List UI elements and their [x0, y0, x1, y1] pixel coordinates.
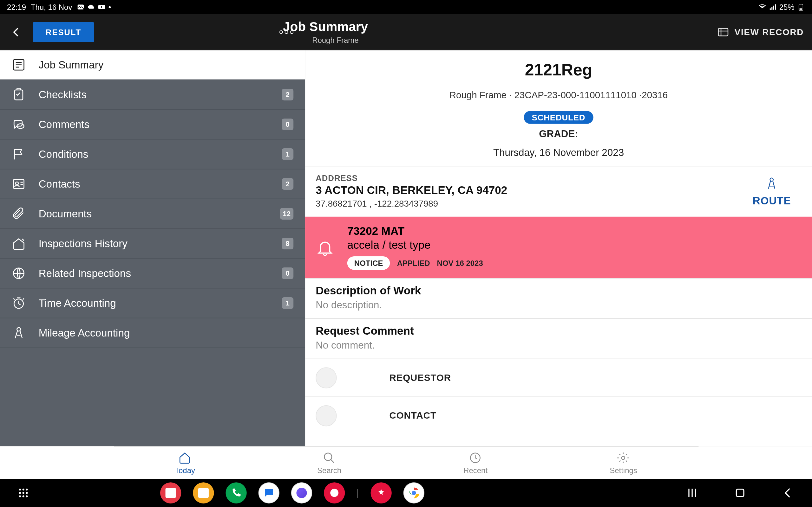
dock-app-2[interactable]: [193, 482, 213, 503]
youtube-icon: [98, 3, 106, 11]
requestor-label: REQUESTOR: [389, 373, 451, 383]
search-icon: [323, 451, 336, 464]
contacts-icon: [12, 177, 26, 191]
address-section: ADDRESS 3 ACTON CIR, BERKELEY, CA 94702 …: [305, 166, 812, 216]
notice-pill: NOTICE: [347, 257, 390, 270]
tab-search[interactable]: Search: [317, 451, 341, 475]
notice-title: 73202 MAT: [347, 225, 483, 238]
sidebar-item-related-inspections[interactable]: Related Inspections 0: [0, 259, 305, 288]
count-badge: 0: [282, 268, 293, 279]
sidebar-item-label: Conditions: [39, 148, 269, 160]
sidebar-item-label: Comments: [39, 118, 269, 130]
android-status-bar: 22:19 Thu, 16 Nov • 25%: [0, 0, 812, 14]
svg-point-24: [22, 495, 24, 497]
dock-app-messages[interactable]: [258, 482, 279, 503]
view-record-button[interactable]: VIEW RECORD: [717, 25, 804, 38]
sidebar-item-comments[interactable]: Comments 0: [0, 110, 305, 139]
bottom-tab-bar: Today Search Recent Settings: [0, 446, 812, 479]
page-subtitle: Rough Frame: [312, 36, 368, 44]
svg-point-23: [19, 495, 21, 497]
status-badge: SCHEDULED: [524, 111, 594, 124]
back-nav-button[interactable]: [781, 487, 795, 499]
app-drawer-icon[interactable]: [17, 487, 29, 499]
request-comment-heading: Request Comment: [316, 325, 802, 338]
checklist-icon: [12, 88, 26, 101]
globe-icon: [12, 266, 26, 280]
svg-point-27: [412, 491, 416, 495]
home-icon: [179, 451, 192, 464]
comment-icon: [12, 117, 26, 131]
contact-label: CONTACT: [389, 411, 436, 421]
sidebar-item-mileage-accounting[interactable]: Mileage Accounting: [0, 318, 305, 348]
address-label: ADDRESS: [316, 173, 753, 182]
requestor-row[interactable]: REQUESTOR: [305, 359, 812, 397]
svg-point-25: [26, 495, 28, 497]
description-value: No description.: [316, 299, 802, 311]
android-nav-bar: |: [0, 479, 812, 507]
count-badge: 0: [282, 118, 293, 130]
sidebar-item-label: Contacts: [39, 178, 269, 190]
count-badge: 1: [282, 297, 293, 309]
summary-icon: [12, 58, 26, 72]
sidebar-item-label: Checklists: [39, 89, 269, 101]
flag-icon: [12, 147, 26, 161]
home-button[interactable]: [734, 487, 747, 499]
sidebar: Job Summary Checklists 2 Comments 0 Cond…: [0, 50, 305, 446]
notice-banner[interactable]: 73202 MAT accela / test type NOTICE APPL…: [305, 217, 812, 278]
svg-rect-28: [736, 489, 744, 497]
notice-date: NOV 16 2023: [437, 259, 483, 268]
sidebar-item-label: Job Summary: [39, 59, 294, 71]
count-badge: 2: [282, 178, 293, 190]
grade-label: GRADE:: [312, 128, 805, 140]
sidebar-item-label: Mileage Accounting: [39, 327, 294, 339]
svg-rect-3: [800, 8, 803, 9]
sidebar-item-documents[interactable]: Documents 12: [0, 199, 305, 229]
back-button[interactable]: [8, 24, 25, 40]
description-section: Description of Work No description.: [305, 278, 812, 318]
dock-app-gallery[interactable]: [370, 482, 392, 503]
bell-icon: [316, 238, 334, 257]
recents-button[interactable]: [686, 487, 699, 499]
cloud-icon: [87, 3, 96, 11]
svg-rect-4: [718, 28, 728, 36]
compass-icon: [765, 175, 778, 191]
svg-point-22: [26, 492, 28, 494]
sidebar-item-checklists[interactable]: Checklists 2: [0, 80, 305, 110]
tab-settings[interactable]: Settings: [610, 451, 637, 475]
svg-point-18: [22, 489, 24, 491]
sidebar-item-label: Inspections History: [39, 237, 269, 250]
count-badge: 12: [280, 208, 293, 220]
notice-applied: APPLIED: [397, 259, 430, 268]
sidebar-item-conditions[interactable]: Conditions 1: [0, 139, 305, 169]
dock-app-chrome[interactable]: [403, 482, 424, 503]
avatar: [316, 405, 337, 426]
dock-app-camera[interactable]: [323, 482, 345, 503]
sidebar-item-time-accounting[interactable]: Time Accounting 1: [0, 288, 305, 318]
dock-app-phone[interactable]: [225, 482, 247, 503]
sidebar-item-inspections-history[interactable]: Inspections History 8: [0, 229, 305, 259]
description-heading: Description of Work: [316, 285, 802, 297]
address-value: 3 ACTON CIR, BERKELEY, CA 94702: [316, 184, 753, 197]
count-badge: 8: [282, 238, 293, 249]
record-icon: [717, 25, 730, 38]
tab-recent[interactable]: Recent: [463, 451, 488, 475]
svg-point-9: [15, 182, 18, 185]
contact-row[interactable]: CONTACT: [305, 396, 812, 435]
sidebar-item-label: Documents: [39, 208, 267, 220]
notice-subtitle: accela / test type: [347, 239, 483, 252]
svg-point-20: [19, 492, 21, 494]
dock-app-browser[interactable]: [291, 482, 312, 503]
house-icon: [12, 236, 26, 250]
battery-icon: [797, 3, 805, 11]
tab-today[interactable]: Today: [175, 451, 195, 475]
request-comment-value: No comment.: [316, 340, 802, 352]
sidebar-item-label: Related Inspections: [39, 267, 269, 279]
result-button[interactable]: RESULT: [33, 22, 94, 42]
route-button[interactable]: ROUTE: [753, 173, 802, 209]
picture-icon: [77, 3, 85, 11]
dock-app-1[interactable]: [160, 482, 181, 503]
count-badge: 1: [282, 148, 293, 160]
sidebar-item-contacts[interactable]: Contacts 2: [0, 169, 305, 199]
sidebar-item-label: Time Accounting: [39, 297, 269, 309]
sidebar-item-job-summary[interactable]: Job Summary: [0, 50, 305, 80]
